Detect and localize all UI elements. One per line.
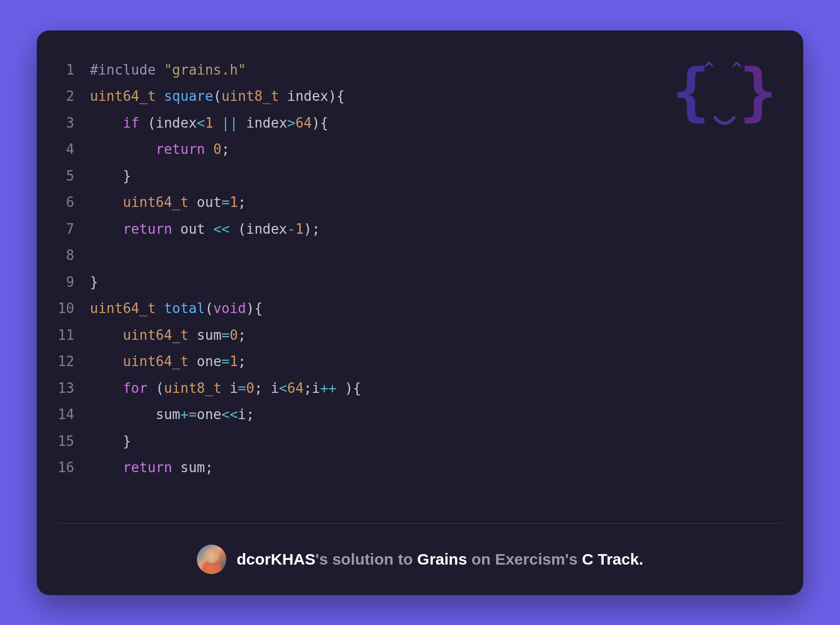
line-number: 16 xyxy=(58,454,74,481)
line-number: 15 xyxy=(58,428,74,455)
line-number: 9 xyxy=(58,269,74,296)
footer-track: C Track. xyxy=(582,550,644,568)
code-line: } xyxy=(90,428,782,455)
footer-user: dcorKHAS xyxy=(237,550,316,568)
attribution-text: dcorKHAS's solution to Grains on Exercis… xyxy=(237,550,644,568)
code-line: uint64_t sum=0; xyxy=(90,322,782,349)
line-number: 10 xyxy=(58,295,74,322)
line-number: 11 xyxy=(58,322,74,349)
code-line: uint64_t out=1; xyxy=(90,189,782,216)
code-line: for (uint8_t i=0; i<64;i++ ){ xyxy=(90,375,782,402)
code-line: sum+=one<<i; xyxy=(90,401,782,428)
avatar xyxy=(197,545,226,574)
line-number: 2 xyxy=(58,83,74,110)
code-line: } xyxy=(90,269,782,296)
line-number: 4 xyxy=(58,136,74,163)
line-number: 12 xyxy=(58,348,74,375)
code-card: { ^ ^ } 12345678910111213141516 #include… xyxy=(37,30,803,595)
line-number: 13 xyxy=(58,375,74,402)
line-number: 6 xyxy=(58,189,74,216)
line-number: 1 xyxy=(58,57,74,84)
code-line: } xyxy=(90,163,782,190)
code-line: return out << (index-1); xyxy=(90,216,782,243)
code-line: return 0; xyxy=(90,136,782,163)
line-number: 3 xyxy=(58,110,74,137)
attribution-footer: dcorKHAS's solution to Grains on Exercis… xyxy=(58,523,782,574)
line-number: 7 xyxy=(58,216,74,243)
logo-face-icon: ^ ^ xyxy=(704,64,745,137)
line-number-gutter: 12345678910111213141516 xyxy=(58,57,90,523)
code-line: uint64_t one=1; xyxy=(90,348,782,375)
line-number: 14 xyxy=(58,401,74,428)
exercism-logo: { ^ ^ } xyxy=(672,59,777,133)
line-number: 8 xyxy=(58,242,74,269)
footer-exercise: Grains xyxy=(417,550,467,568)
code-line xyxy=(90,242,782,269)
code-line: uint64_t total(void){ xyxy=(90,295,782,322)
code-line: return sum; xyxy=(90,454,782,481)
line-number: 5 xyxy=(58,163,74,190)
